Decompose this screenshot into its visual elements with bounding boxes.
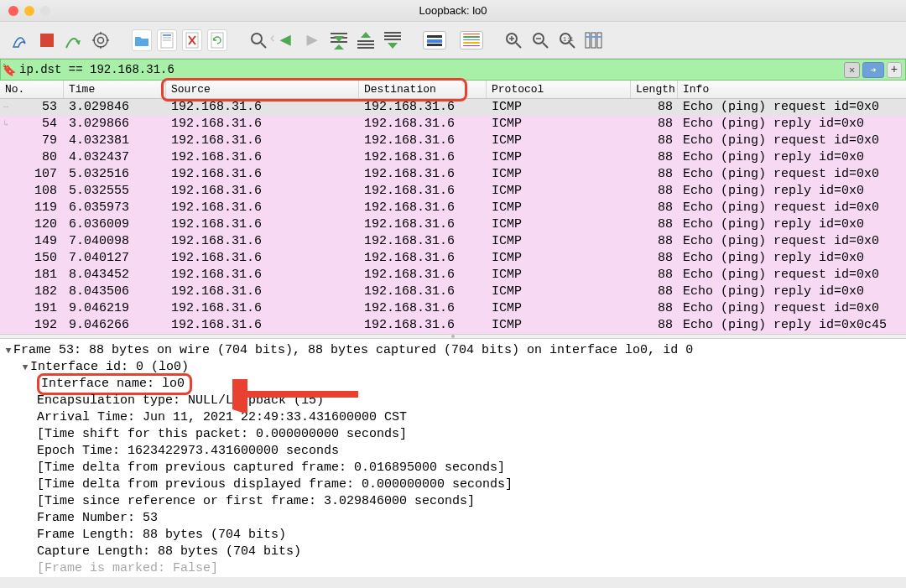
svg-rect-41 (591, 33, 596, 48)
svg-rect-15 (211, 33, 223, 48)
autoscroll-button[interactable] (423, 31, 446, 49)
column-protocol[interactable]: Protocol (487, 81, 631, 98)
main-toolbar: ◀ ▶ 1:1 (0, 22, 906, 59)
svg-rect-0 (40, 34, 54, 47)
column-length[interactable]: Length (631, 81, 678, 98)
go-last-button[interactable] (381, 29, 404, 52)
svg-line-35 (543, 43, 548, 48)
svg-line-38 (570, 43, 575, 48)
svg-marker-22 (361, 32, 371, 38)
svg-line-31 (516, 43, 521, 48)
zoom-out-button[interactable] (528, 29, 552, 52)
add-filter-button[interactable]: + (887, 62, 902, 78)
table-row[interactable]: 1075.032516192.168.31.6192.168.31.6ICMP8… (0, 166, 906, 183)
table-row[interactable]: 1497.040098192.168.31.6192.168.31.6ICMP8… (0, 233, 906, 250)
column-time[interactable]: Time (64, 81, 166, 98)
detail-frame[interactable]: Frame 53: 88 bytes on wire (704 bits), 8… (13, 342, 693, 359)
svg-rect-40 (586, 33, 590, 48)
column-destination[interactable]: Destination (359, 81, 487, 98)
detail-cap-len[interactable]: Capture Length: 88 bytes (704 bits) (37, 544, 301, 560)
svg-rect-11 (163, 40, 171, 41)
reload-file-button[interactable] (207, 29, 227, 51)
detail-arrival[interactable]: Arrival Time: Jun 11, 2021 22:49:33.4316… (37, 409, 407, 426)
svg-point-16 (252, 34, 262, 44)
svg-marker-21 (334, 36, 344, 42)
apply-filter-button[interactable]: ➜ (862, 62, 884, 78)
column-info[interactable]: Info (678, 81, 906, 98)
table-row[interactable]: 1919.046219192.168.31.6192.168.31.6ICMP8… (0, 300, 906, 317)
packet-list-header: No. Time Source Destination Protocol Len… (0, 81, 906, 99)
table-row[interactable]: 1929.046266192.168.31.6192.168.31.6ICMP8… (0, 317, 906, 334)
table-row[interactable]: 1085.032555192.168.31.6192.168.31.6ICMP8… (0, 183, 906, 200)
go-first-button[interactable] (354, 29, 378, 52)
shark-fin-icon[interactable] (8, 29, 32, 52)
svg-point-2 (98, 37, 104, 43)
detail-epoch[interactable]: Epoch Time: 1623422973.431600000 seconds (37, 443, 339, 460)
bookmark-icon[interactable]: 🔖 (1, 63, 16, 77)
table-row[interactable]: 543.029866192.168.31.6192.168.31.6ICMP88… (0, 116, 906, 133)
capture-options-button[interactable] (89, 29, 112, 52)
window-title: Loopback: lo0 (419, 4, 487, 17)
maximize-window-button[interactable] (40, 6, 50, 16)
svg-point-1 (94, 34, 107, 47)
table-row[interactable]: 1828.043506192.168.31.6192.168.31.6ICMP8… (0, 284, 906, 300)
table-row[interactable]: 804.032437192.168.31.6192.168.31.6ICMP88… (0, 149, 906, 166)
table-row[interactable]: 1818.043452192.168.31.6192.168.31.6ICMP8… (0, 267, 906, 284)
detail-delta-cap[interactable]: [Time delta from previous captured frame… (37, 460, 505, 476)
open-file-button[interactable] (132, 29, 152, 51)
detail-delta-disp[interactable]: [Time delta from previous displayed fram… (37, 476, 513, 493)
svg-rect-10 (163, 39, 171, 39)
detail-frame-no[interactable]: Frame Number: 53 (37, 510, 158, 527)
close-file-button[interactable] (182, 29, 202, 51)
find-packet-button[interactable] (247, 29, 270, 52)
detail-interface-name[interactable]: Interface name: lo0 (41, 377, 185, 391)
detail-encap[interactable]: Encapsulation type: NULL/Loopback (15) (37, 393, 324, 409)
packet-details-pane[interactable]: ▼Frame 53: 88 bytes on wire (704 bits), … (0, 339, 906, 577)
svg-line-17 (261, 43, 266, 48)
titlebar: Loopback: lo0 (0, 0, 906, 22)
close-window-button[interactable] (8, 6, 18, 16)
column-no[interactable]: No. (0, 81, 64, 98)
svg-rect-9 (163, 37, 171, 38)
restart-capture-button[interactable] (62, 29, 86, 52)
svg-text:1:1: 1:1 (563, 36, 574, 43)
table-row[interactable]: 1507.040127192.168.31.6192.168.31.6ICMP8… (0, 250, 906, 267)
traffic-lights (8, 6, 50, 16)
detail-since-ref[interactable]: [Time since reference or first frame: 3.… (37, 493, 475, 510)
table-row[interactable]: 1196.035973192.168.31.6192.168.31.6ICMP8… (0, 200, 906, 216)
go-back-button[interactable]: ◀ (273, 29, 297, 52)
display-filter-input[interactable] (16, 63, 844, 76)
svg-rect-42 (597, 33, 601, 48)
related-packet-gutter: ↔↳ (0, 99, 12, 133)
colorize-button[interactable] (460, 31, 483, 49)
svg-marker-29 (388, 43, 398, 49)
display-filter-bar: 🔖 ✕ ➜ + (0, 59, 906, 81)
clear-filter-button[interactable]: ✕ (844, 62, 860, 78)
minimize-window-button[interactable] (24, 6, 34, 16)
table-row[interactable]: 1206.036009192.168.31.6192.168.31.6ICMP8… (0, 216, 906, 233)
detail-timeshift[interactable]: [Time shift for this packet: 0.000000000… (37, 426, 407, 443)
stop-capture-button[interactable] (35, 29, 59, 52)
save-file-button[interactable] (157, 29, 177, 51)
detail-marked[interactable]: [Frame is marked: False] (37, 560, 218, 577)
jump-to-button[interactable] (327, 29, 351, 52)
resize-columns-button[interactable] (582, 29, 606, 52)
column-source[interactable]: Source (166, 81, 359, 98)
packet-list[interactable]: 533.029846192.168.31.6192.168.31.6ICMP88… (0, 99, 906, 334)
table-row[interactable]: 533.029846192.168.31.6192.168.31.6ICMP88… (0, 99, 906, 116)
zoom-in-button[interactable] (502, 29, 525, 52)
go-forward-button[interactable]: ▶ (300, 29, 324, 52)
table-row[interactable]: 794.032381192.168.31.6192.168.31.6ICMP88… (0, 133, 906, 149)
detail-frame-len[interactable]: Frame Length: 88 bytes (704 bits) (37, 527, 286, 544)
zoom-reset-button[interactable]: 1:1 (555, 29, 579, 52)
svg-rect-8 (163, 34, 171, 36)
